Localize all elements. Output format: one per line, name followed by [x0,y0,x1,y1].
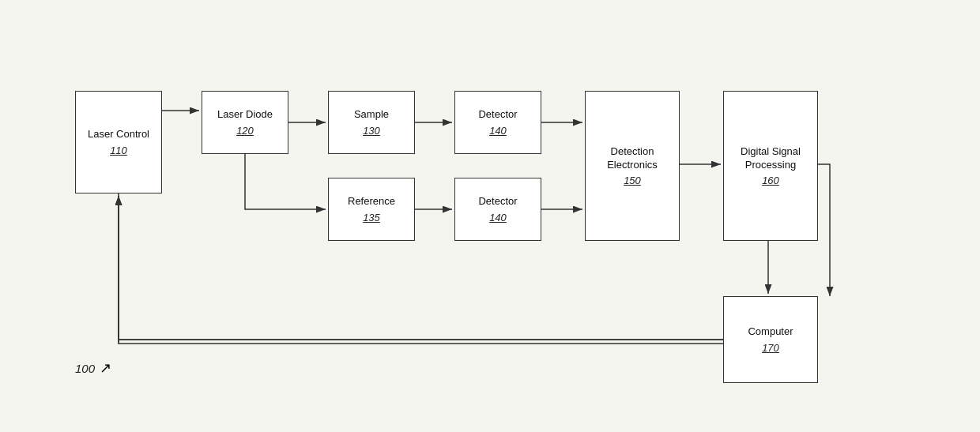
detector-bottom-title: Detector [478,195,517,208]
diagram-container: Laser Control 110 Laser Diode 120 Sample… [32,16,948,411]
laser-control-title: Laser Control [88,128,149,141]
detector-top-number: 140 [489,125,507,137]
dsp-title: Digital Signal Processing [729,145,812,172]
system-label: 100 ↗ [75,359,111,377]
detection-electronics-title: Detection Electronics [590,145,674,172]
dsp-number: 160 [762,175,779,186]
computer-title: Computer [748,325,793,339]
laser-diode-number: 120 [236,125,254,137]
detector-bottom-number: 140 [489,212,507,224]
laser-diode-block: Laser Diode 120 [202,91,288,154]
detector-bottom-block: Detector 140 [454,178,541,241]
detection-electronics-block: Detection Electronics 150 [585,91,680,241]
sample-number: 130 [363,125,380,137]
detector-top-title: Detector [478,108,517,122]
computer-block: Computer 170 [723,296,818,383]
dsp-block: Digital Signal Processing 160 [723,91,818,241]
detection-electronics-number: 150 [624,175,641,186]
reference-block: Reference 135 [328,178,415,241]
reference-title: Reference [348,195,395,208]
laser-control-block: Laser Control 110 [75,91,162,193]
detector-top-block: Detector 140 [454,91,541,154]
computer-number: 170 [762,342,779,354]
laser-diode-title: Laser Diode [217,108,273,122]
sample-title: Sample [354,108,389,122]
reference-number: 135 [363,212,380,224]
laser-control-number: 110 [110,145,127,156]
sample-block: Sample 130 [328,91,415,154]
